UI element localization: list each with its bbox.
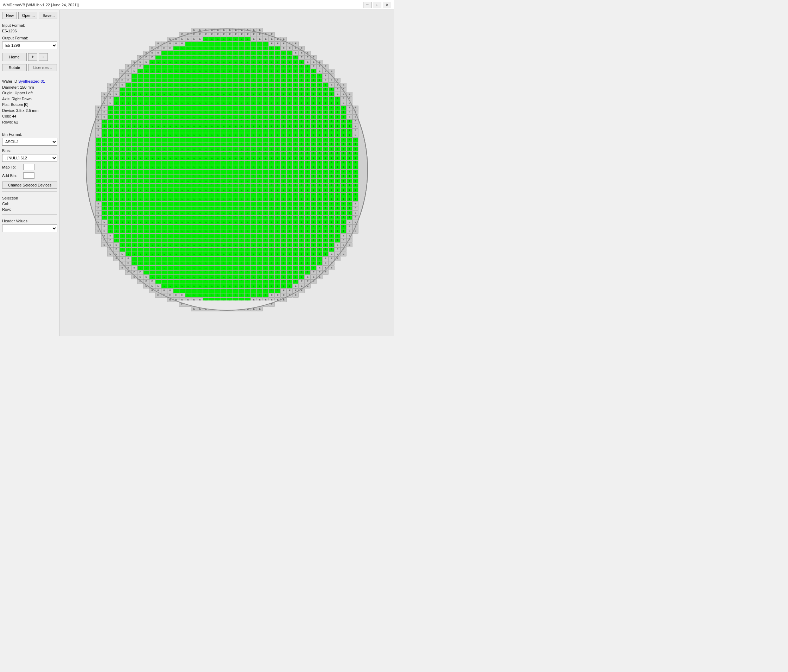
add-bin-row: Add Bin: bbox=[2, 172, 57, 179]
output-format-label: Output Format: bbox=[2, 36, 57, 40]
origin-line: Origin: Upper Left bbox=[2, 90, 57, 96]
top-buttons: New Open... Save... bbox=[2, 12, 57, 19]
wafer-id-value: Synthesized-01 bbox=[18, 79, 45, 83]
origin-label: Origin: bbox=[2, 91, 13, 95]
col-line: Col: bbox=[2, 202, 57, 206]
sidebar: New Open... Save... Input Format: E5-129… bbox=[0, 10, 60, 336]
open-button[interactable]: Open... bbox=[18, 12, 37, 19]
rotate-button[interactable]: Rotate bbox=[2, 64, 27, 71]
output-format-dropdown-container: E5-1296 SECS2 ASCII-1 bbox=[2, 41, 57, 49]
row-line: Row: bbox=[2, 207, 57, 211]
bin-format-select[interactable]: ASCII-1 Binary Hex bbox=[2, 138, 57, 146]
close-button[interactable]: ✕ bbox=[383, 2, 391, 8]
wafer-container bbox=[76, 15, 378, 331]
diameter-line: Diameter: 150 mm bbox=[2, 84, 57, 91]
main-layout: New Open... Save... Input Format: E5-129… bbox=[0, 10, 394, 336]
rotate-controls: Rotate Licenses... bbox=[2, 64, 57, 71]
axis-line: Axis: Right Down bbox=[2, 96, 57, 102]
device-line: Device: 3.5 x 2.5 mm bbox=[2, 108, 57, 114]
title-bar-controls: ─ □ ✕ bbox=[363, 2, 391, 8]
wafer-map-canvas[interactable] bbox=[79, 22, 375, 324]
axis-label: Axis: bbox=[2, 97, 11, 101]
wafer-id-line: Wafer ID Synthesized-01 bbox=[2, 78, 57, 84]
rows-value: 62 bbox=[14, 120, 18, 124]
flat-label: Flat: bbox=[2, 102, 10, 106]
home-button[interactable]: Home bbox=[2, 53, 27, 61]
licenses-button[interactable]: Licenses... bbox=[28, 64, 57, 71]
header-values-label: Header Values: bbox=[2, 219, 57, 223]
origin-value: Upper Left bbox=[14, 91, 32, 95]
zoom-out-button[interactable]: - bbox=[39, 53, 48, 61]
window-title: WMDemoVB [WMLib v1.22 [June 24, 2021]] bbox=[3, 3, 79, 7]
minimize-button[interactable]: ─ bbox=[363, 2, 372, 8]
cols-line: Cols: 44 bbox=[2, 113, 57, 119]
divider-1 bbox=[2, 74, 57, 74]
input-format-label: Input Format: bbox=[2, 23, 57, 27]
divider-3 bbox=[2, 191, 57, 192]
flat-value: Bottom [0] bbox=[11, 102, 28, 106]
header-values-select[interactable] bbox=[2, 224, 57, 232]
row-label: Row: bbox=[2, 207, 11, 211]
rows-label: Rows: bbox=[2, 120, 13, 124]
flat-line: Flat: Bottom [0] bbox=[2, 102, 57, 108]
cols-label: Cols: bbox=[2, 114, 11, 118]
title-bar: WMDemoVB [WMLib v1.22 [June 24, 2021]] ─… bbox=[0, 0, 394, 10]
bins-select[interactable]: . [NULL] 612 1 [PASS] 100 bbox=[2, 154, 57, 162]
input-format-value: E5-1296 bbox=[2, 29, 57, 33]
new-button[interactable]: New bbox=[2, 12, 17, 19]
map-to-row: Map To: bbox=[2, 164, 57, 170]
selection-label: Selection bbox=[2, 196, 57, 200]
wafer-id-label: Wafer ID bbox=[2, 79, 17, 83]
change-selected-button[interactable]: Change Seleced Devices bbox=[2, 181, 57, 189]
maximize-button[interactable]: □ bbox=[373, 2, 381, 8]
nav-controls: Home + - bbox=[2, 53, 57, 61]
divider-2 bbox=[2, 128, 57, 128]
diameter-label: Diameter: bbox=[2, 85, 19, 89]
device-value: 3.5 x 2.5 mm bbox=[16, 108, 39, 113]
wafer-info: Wafer ID Synthesized-01 Diameter: 150 mm… bbox=[2, 78, 57, 125]
content-area bbox=[60, 10, 394, 336]
diameter-value: 150 mm bbox=[20, 85, 34, 89]
device-label: Device: bbox=[2, 108, 15, 113]
bins-label: Bins: bbox=[2, 148, 57, 153]
rows-line: Rows: 62 bbox=[2, 119, 57, 125]
map-to-label: Map To: bbox=[2, 165, 22, 169]
cols-value: 44 bbox=[12, 114, 16, 118]
zoom-in-button[interactable]: + bbox=[28, 53, 37, 61]
add-bin-label: Add Bin: bbox=[2, 173, 22, 178]
axis-value: Right Down bbox=[12, 97, 32, 101]
bin-format-label: Bin Format: bbox=[2, 132, 57, 137]
add-bin-color-box[interactable] bbox=[23, 172, 35, 179]
col-label: Col: bbox=[2, 202, 9, 206]
map-to-color-box[interactable] bbox=[23, 164, 35, 170]
output-format-select[interactable]: E5-1296 SECS2 ASCII-1 bbox=[2, 41, 57, 49]
divider-4 bbox=[2, 214, 57, 214]
save-button[interactable]: Save... bbox=[39, 12, 57, 19]
